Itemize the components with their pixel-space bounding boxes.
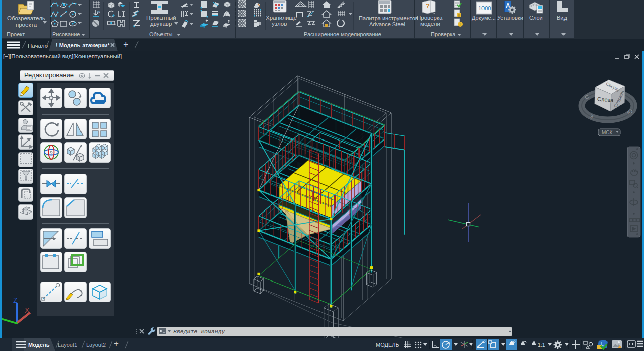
svg-text:МСК: МСК bbox=[602, 130, 613, 135]
svg-text:Z: Z bbox=[13, 296, 18, 304]
svg-text:Слева: Слева bbox=[597, 96, 614, 103]
svg-text:A: A bbox=[506, 2, 510, 9]
svg-text:!: ! bbox=[460, 22, 461, 27]
svg-text:1000: 1000 bbox=[478, 5, 491, 11]
svg-text:X: X bbox=[25, 306, 30, 314]
svg-text:?: ? bbox=[426, 2, 430, 10]
svg-text:10: 10 bbox=[97, 10, 100, 13]
